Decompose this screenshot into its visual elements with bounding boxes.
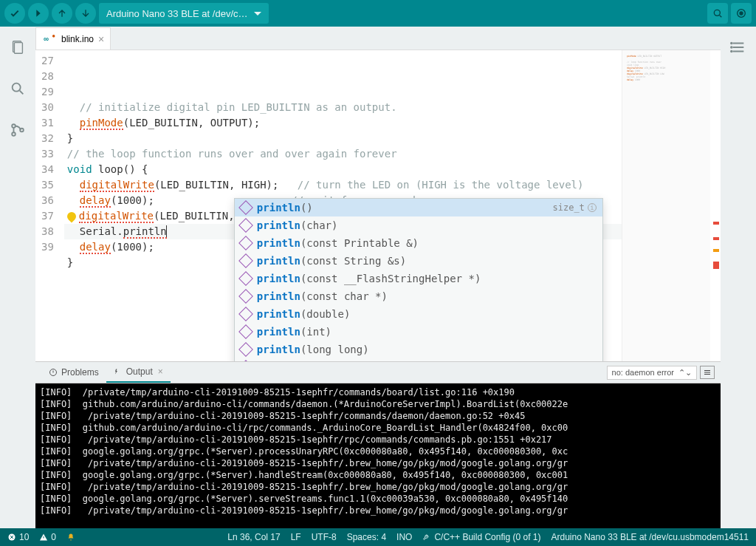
autocomplete-return-type: size_ti <box>553 200 597 215</box>
close-icon[interactable]: × <box>158 366 163 377</box>
output-tab-label: Output <box>126 366 153 377</box>
overview-ruler <box>710 50 721 361</box>
editor-body: 27282930313233343536373839 // initialize… <box>35 50 721 361</box>
status-cursor[interactable]: Ln 36, Col 17 <box>227 532 280 542</box>
lightbulb-icon[interactable] <box>65 211 78 223</box>
method-icon <box>238 253 253 268</box>
status-board[interactable]: Arduino Nano 33 BLE at /dev/cu.usbmodem1… <box>551 532 749 542</box>
outline-button[interactable] <box>728 37 749 58</box>
output-filter-select[interactable]: no: daemon error ⌃⌄ <box>607 366 697 380</box>
status-eol[interactable]: LF <box>291 532 301 542</box>
arduino-file-icon: ∞ <box>44 35 49 43</box>
info-icon[interactable]: i <box>588 203 597 212</box>
main-region: ∞ ● blink.ino × 272829303132333435363738… <box>0 27 756 528</box>
import-button[interactable] <box>75 3 96 24</box>
editor-tab[interactable]: ∞ ● blink.ino × <box>35 27 111 50</box>
svg-rect-4 <box>14 43 22 54</box>
source-control-button[interactable] <box>7 120 28 140</box>
code-line[interactable]: pinMode(LED_BUILTIN, OUTPUT); <box>64 115 622 131</box>
dropdown-icon: ⌃⌄ <box>678 368 692 378</box>
status-encoding[interactable]: UTF-8 <box>312 532 337 542</box>
status-errors[interactable]: 10 <box>7 532 29 542</box>
autocomplete-item[interactable]: println(const Printable &) <box>235 234 602 252</box>
output-tab[interactable]: Output × <box>106 362 171 383</box>
status-warnings[interactable]: 0 <box>39 532 56 542</box>
problems-tab[interactable]: Problems <box>41 362 106 383</box>
svg-point-12 <box>731 51 732 52</box>
text-cursor <box>166 225 167 237</box>
output-terminal[interactable]: [INFO] /private/tmp/arduino-cli-20191009… <box>35 383 721 528</box>
autocomplete-label: println() <box>257 200 547 215</box>
method-icon <box>238 324 253 339</box>
dirty-indicator-icon: ● <box>52 33 55 39</box>
upload-button[interactable] <box>28 3 49 24</box>
code-line[interactable]: void loop() { <box>64 162 622 177</box>
editor-region: ∞ ● blink.ino × 272829303132333435363738… <box>35 27 721 528</box>
autocomplete-item[interactable]: println(int) <box>235 323 602 341</box>
board-selector[interactable]: Arduino Nano 33 BLE at /dev/c… <box>99 3 269 24</box>
secondary-sidebar <box>721 27 756 528</box>
editor-tab-bar: ∞ ● blink.ino × <box>35 27 721 50</box>
code-line[interactable]: // the loop function runs over and over … <box>64 146 622 162</box>
svg-point-10 <box>731 43 732 44</box>
autocomplete-item[interactable]: println(const String &s) <box>235 252 602 270</box>
status-build-config[interactable]: C/C++ Build Config (0 of 1) <box>422 532 540 542</box>
autocomplete-item[interactable]: println(const char *) <box>235 287 602 305</box>
top-toolbar: Arduino Nano 33 BLE at /dev/c… <box>0 0 756 27</box>
serial-plotter-button[interactable] <box>707 3 728 24</box>
method-icon <box>238 236 253 250</box>
autocomplete-item[interactable]: println(const __FlashStringHelper *) <box>235 270 602 287</box>
status-language[interactable]: INO <box>396 532 412 542</box>
method-icon <box>238 342 253 357</box>
verify-button[interactable] <box>4 3 25 24</box>
svg-point-0 <box>714 10 720 16</box>
code-editor[interactable]: // initialize digital pin LED_BUILTIN as… <box>64 50 622 361</box>
svg-point-2 <box>740 12 743 15</box>
autocomplete-label: println(const __FlashStringHelper *) <box>257 271 597 286</box>
autocomplete-label: println(double) <box>257 307 597 321</box>
svg-point-7 <box>12 132 16 136</box>
autocomplete-label: println(const String &s) <box>257 253 597 268</box>
status-notifications[interactable] <box>66 533 75 542</box>
output-filter-text: no: daemon error <box>612 368 674 377</box>
autocomplete-popup[interactable]: println()size_tiprintln(char)println(con… <box>234 198 603 361</box>
activity-bar <box>0 27 35 528</box>
method-icon <box>238 289 253 304</box>
serial-monitor-button[interactable] <box>731 3 752 24</box>
search-button[interactable] <box>7 78 28 99</box>
method-icon <box>238 218 253 233</box>
tab-filename: blink.ino <box>61 34 94 44</box>
method-icon <box>238 360 253 361</box>
panel-tab-bar: Problems Output × no: daemon error ⌃⌄ <box>35 361 721 383</box>
panel-settings-button[interactable] <box>700 366 715 379</box>
method-icon <box>238 200 253 215</box>
autocomplete-label: println(const Printable &) <box>257 236 597 250</box>
autocomplete-item[interactable]: println(long long) <box>235 341 602 358</box>
autocomplete-label: println(const char *) <box>257 289 597 304</box>
minimap[interactable]: pinMode LED_BUILTIN OUTPUT // loop funct… <box>622 50 710 361</box>
problems-tab-label: Problems <box>61 367 99 378</box>
close-icon[interactable]: × <box>98 33 104 45</box>
code-line[interactable]: } <box>64 131 622 146</box>
autocomplete-label: println(int) <box>257 324 597 339</box>
autocomplete-label: println(char) <box>257 218 597 233</box>
autocomplete-item[interactable]: println(long) <box>235 358 602 361</box>
export-button[interactable] <box>52 3 72 24</box>
autocomplete-item[interactable]: println(char) <box>235 216 602 234</box>
code-line[interactable]: digitalWrite(LED_BUILTIN, HIGH); // turn… <box>64 177 622 193</box>
autocomplete-label: println(long) <box>257 360 597 361</box>
svg-point-6 <box>12 124 16 128</box>
svg-point-11 <box>731 47 732 48</box>
code-line[interactable]: // initialize digital pin LED_BUILTIN as… <box>64 100 622 115</box>
autocomplete-item[interactable]: println()size_ti <box>235 199 602 216</box>
svg-point-5 <box>13 83 21 92</box>
method-icon <box>238 307 253 321</box>
status-bar: 10 0 Ln 36, Col 17 LF UTF-8 Spaces: 4 IN… <box>0 528 756 546</box>
line-number-gutter: 27282930313233343536373839 <box>35 50 64 361</box>
status-indent[interactable]: Spaces: 4 <box>347 532 386 542</box>
autocomplete-label: println(long long) <box>257 342 597 357</box>
autocomplete-item[interactable]: println(double) <box>235 305 602 323</box>
explorer-button[interactable] <box>7 37 28 58</box>
method-icon <box>238 271 253 286</box>
